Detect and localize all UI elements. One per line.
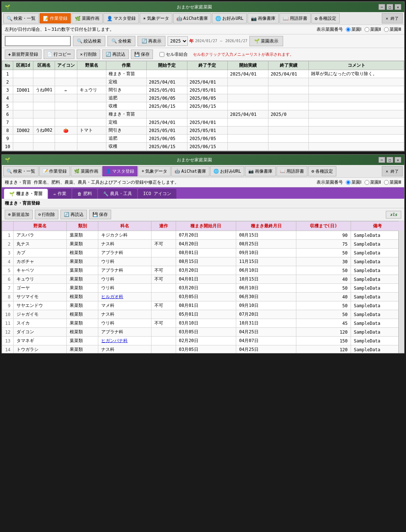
delete-row-btn[interactable]: ✕ 行削除 xyxy=(77,49,100,59)
search-input-1[interactable] xyxy=(5,36,71,46)
list-item[interactable]: 5 キャベツ 葉菜類 アブラナ科 不可 03月20日 06月10日 50 Sam… xyxy=(2,266,404,275)
favorite-btn[interactable]: 🌐 お好みURL xyxy=(212,13,247,23)
cell-rotation: 不可 xyxy=(151,319,176,328)
cell-no: 9 xyxy=(2,135,13,143)
settings-btn[interactable]: ⚙ 各種設定 xyxy=(311,13,340,23)
tab-work[interactable]: ✏ 作業 xyxy=(48,189,72,199)
minimize-btn-2[interactable]: ─ xyxy=(378,157,385,163)
list-item[interactable]: 1 アスパラ 葉菜類 キジカクシ科 07月20日 08月15日 90 Sampl… xyxy=(2,231,404,240)
list-item[interactable]: 3 カブ 根菜類 アブラナ科 08月01日 09月10日 50 SampleDa… xyxy=(2,249,404,257)
table-row[interactable]: 4 追肥 2025/06/05 2025/06/05 xyxy=(2,94,404,102)
weather-btn-2[interactable]: ☀ 気象データ xyxy=(138,166,171,176)
cell-days: 50 xyxy=(296,249,351,257)
new-add-btn[interactable]: ⊕ 新規追加 xyxy=(5,210,33,219)
master-btn-2[interactable]: 👤 マスタ登録 xyxy=(102,166,138,176)
favorite-btn-2[interactable]: 🌐 お好みURL xyxy=(210,166,245,176)
radio-garden3[interactable]: 菜園Ⅲ xyxy=(384,26,401,33)
settings-btn-2[interactable]: ⚙ 各種設定 xyxy=(308,166,336,176)
list-item[interactable]: 2 丸ナス 果菜類 ナス科 不可 04月20日 08月25日 75 Sample… xyxy=(2,240,404,249)
glossary-btn[interactable]: 📖 用語辞書 xyxy=(279,13,311,23)
cell-icon xyxy=(55,70,77,78)
minimize-btn-1[interactable]: ─ xyxy=(378,4,385,10)
reload-btn-1[interactable]: 🔄 再読込 xyxy=(102,49,129,59)
radio2-garden2[interactable]: 菜園Ⅱ xyxy=(365,179,381,186)
xls-btn[interactable]: xls xyxy=(386,211,401,219)
aichat-btn[interactable]: 🤖 AiChat書庫 xyxy=(173,13,211,23)
radio-input-1c[interactable] xyxy=(384,27,389,32)
radio-input-1b[interactable] xyxy=(365,27,369,32)
save-icon-2: 💾 xyxy=(92,212,98,217)
tab-fertilizer[interactable]: 🗑 肥料 xyxy=(72,189,97,199)
list-item[interactable]: 13 タマネギ 葉菜類 ヒガンバナ科 02月20日 04月07日 150 Sam… xyxy=(2,337,404,345)
save-btn-2[interactable]: 💾 保存 xyxy=(89,210,111,219)
table-row[interactable]: 7 定植 2025/04/01 2025/04/01 xyxy=(2,118,404,126)
radio-input-1a[interactable] xyxy=(346,27,351,32)
table-row[interactable]: 6 種まき・育苗 2025/04/01 2025/0 xyxy=(2,110,404,118)
list-item[interactable]: 10 ジャガイモ 根菜類 ナス科 05月01日 07月20日 50 Sample… xyxy=(2,310,404,319)
radio-input-2a[interactable] xyxy=(346,180,351,185)
tab-tools[interactable]: 🔧 農具・工具 xyxy=(98,189,137,199)
aichat-btn-2[interactable]: 🤖 AiChat書庫 xyxy=(171,166,209,176)
list-item[interactable]: 4 カボチャ 果菜類 ウリ科 08月15日 11月15日 30 SampleDa… xyxy=(2,257,404,266)
close-btn-1[interactable]: ✕ xyxy=(395,4,401,10)
tab-icon[interactable]: ICO アイコン xyxy=(138,189,176,199)
radio-garden1[interactable]: 菜園Ⅰ xyxy=(346,26,362,33)
list-item[interactable]: 12 ダイコン 根菜類 アブラナ科 03月05日 04月25日 120 Samp… xyxy=(2,328,404,337)
weather-btn[interactable]: ☀ 気象データ xyxy=(140,13,172,23)
work-btn[interactable]: 📝 作業登録 xyxy=(40,13,71,23)
radio-input-2c[interactable] xyxy=(384,180,389,185)
list-item[interactable]: 7 ゴーヤ 果菜類 ウリ科 03月20日 06月10日 50 SampleDat… xyxy=(2,284,404,293)
refresh-btn[interactable]: 🔄 再表示 xyxy=(138,36,165,46)
list-item[interactable]: 6 キュウリ 果菜類 ウリ科 不可 04月01日 10月15日 40 Sampl… xyxy=(2,275,404,284)
radio2-garden3[interactable]: 菜園Ⅲ xyxy=(384,179,401,186)
table-row[interactable]: 2 定植 2025/04/01 2025/04/01 xyxy=(2,78,404,86)
radio2-garden1[interactable]: 菜園Ⅰ xyxy=(346,179,362,186)
garden-btn[interactable]: 🌿 菜園作画 xyxy=(72,13,103,23)
table-row[interactable]: 1 種まき・育苗 2025/04/01 2025/04/01 雑草が気になったの… xyxy=(2,70,404,78)
tab-seed[interactable]: 🌱 種まき・育苗 xyxy=(4,189,48,199)
radio-input-2b[interactable] xyxy=(365,180,369,185)
list-item[interactable]: 8 サツマイモ 根菜類 ヒルガオ科 03月05日 06月30日 40 Sampl… xyxy=(2,293,404,301)
list-item[interactable]: 14 トウガラシ 果菜類 ナス科 03月05日 04月25日 120 Sampl… xyxy=(2,345,404,353)
work-btn-2[interactable]: 📝 作業登録 xyxy=(39,166,70,176)
search-btn[interactable]: 🔍 検索・一覧 xyxy=(3,13,39,23)
search-btn-2[interactable]: 🔍 検索・一覧 xyxy=(3,166,39,176)
maximize-btn-1[interactable]: □ xyxy=(387,4,393,10)
narrow-search-btn[interactable]: 🔍 絞込検索 xyxy=(73,36,105,46)
cell-start: 03月05日 xyxy=(176,328,236,337)
year-select[interactable]: 2025 2024 2026 xyxy=(168,36,188,46)
exit-btn-1[interactable]: ✕ 終了 xyxy=(382,13,403,23)
garden-display-btn[interactable]: 🌱 菜園表示 xyxy=(249,36,283,46)
garden-btn-2[interactable]: 🌿 菜園作画 xyxy=(71,166,102,176)
delete-row-btn-2[interactable]: ⊖ 行削除 xyxy=(35,210,58,219)
family-link[interactable]: ヒルガオ科 xyxy=(101,294,123,299)
list-item[interactable]: 9 サヤエンドウ 果菜類 マメ科 不可 08月01日 09月10日 50 Sam… xyxy=(2,301,404,310)
table-row[interactable]: 8 ID002 うね002 🍅 トマト 間引き 2025/05/01 2025/… xyxy=(2,126,404,135)
table-row[interactable]: 10 収穫 2025/06/15 2025/06/15 xyxy=(2,143,404,151)
radio-garden2[interactable]: 菜園Ⅱ xyxy=(365,26,381,33)
close-btn-2[interactable]: ✕ xyxy=(395,157,401,163)
new-veg-btn[interactable]: ✚ 新規野菜登録 xyxy=(5,49,41,59)
aichat-label-2: AiChat書庫 xyxy=(181,168,206,175)
save-btn-1[interactable]: 💾 保存 xyxy=(131,49,153,59)
copy-row-btn[interactable]: 📄 行コピー xyxy=(44,49,74,59)
table-row[interactable]: 9 追肥 2025/06/05 2025/06/05 xyxy=(2,135,404,143)
photo-btn[interactable]: 📷 画像書庫 xyxy=(248,13,279,23)
merge-checkbox[interactable] xyxy=(160,52,164,57)
photo-btn-2[interactable]: 📷 画像書庫 xyxy=(245,166,276,176)
glossary-btn-2[interactable]: 📖 用語辞書 xyxy=(277,166,307,176)
maximize-btn-2[interactable]: □ xyxy=(387,157,393,163)
exit-btn-2[interactable]: ✕ 終了 xyxy=(382,166,403,176)
master-btn[interactable]: 👤 マスタ登録 xyxy=(103,13,139,23)
table-row[interactable]: 5 収穫 2025/06/15 2025/06/15 xyxy=(2,102,404,110)
reload-btn-2[interactable]: 🔄 再読込 xyxy=(61,210,87,219)
table-row[interactable]: 3 ID001 うね001 ✏ キュウリ 間引き 2025/05/01 2025… xyxy=(2,86,404,94)
scroll-indicator[interactable] xyxy=(398,221,404,353)
cell-end-actual xyxy=(268,94,309,102)
work-icon-2: 📝 xyxy=(43,169,48,174)
full-search-btn[interactable]: 🔍 全検索 xyxy=(107,36,135,46)
cell-no: 8 xyxy=(2,293,14,301)
family-link[interactable]: ヒガンバナ科 xyxy=(101,338,128,343)
list-item[interactable]: 11 スイカ 果菜類 ウリ科 不可 03月10日 10月31日 45 Sampl… xyxy=(2,319,404,328)
cell-task: 追肥 xyxy=(106,94,146,102)
